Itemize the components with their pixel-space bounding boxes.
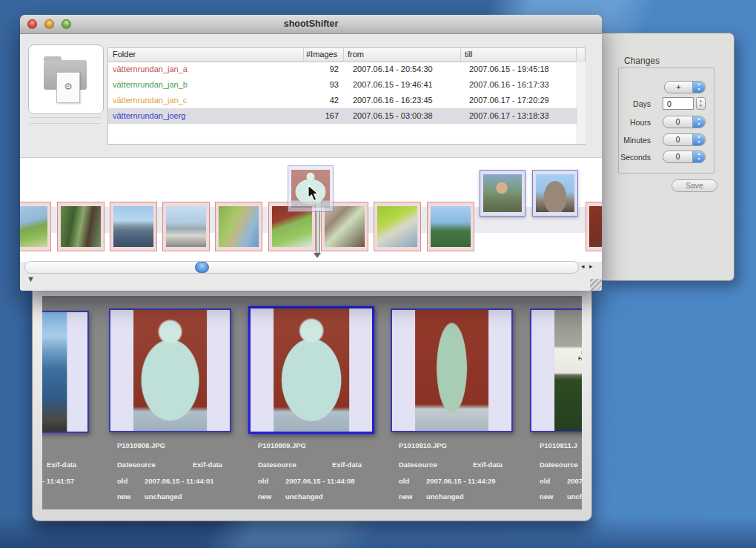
new-label: new [540,492,553,501]
days-input[interactable] [663,97,694,110]
filmstrip-thumb[interactable] [374,202,421,251]
old-date: - 11:41:57 [42,477,74,485]
days-stepper[interactable]: ▲▼ [696,97,706,110]
changes-title: Changes [624,56,660,66]
new-value: unchanged [285,492,323,501]
old-date: 2007.06.15 - 11:44:01 [145,477,214,485]
document-gear-icon: ⚙ [56,72,80,103]
seconds-popup-value: 0 [663,153,692,161]
filmstrip-thumb-joerg[interactable] [480,170,525,217]
photo-frame-selected[interactable] [248,306,374,434]
table-row[interactable]: vätternrundan_jan_a 92 2007.06.14 - 20:5… [108,62,585,77]
photo-thumbnail [325,206,365,247]
till-date: 2007.06.17 - 13:18:33 [469,111,549,120]
table-row[interactable]: vätternrundan_jan_c 42 2007.06.16 - 16:2… [108,93,585,108]
minutes-popup-value: 0 [663,136,692,144]
minutes-popup[interactable]: 0 ▲▼ [663,133,706,146]
table-scrollbar-track[interactable] [577,62,586,144]
divider [30,123,101,124]
main-window: shootShifter ⚙ Folder #Images from till … [20,15,602,291]
title-bar[interactable]: shootShifter [20,15,602,34]
old-date: 2007.06.15 - 11:44:08 [285,477,355,485]
new-label: new [117,492,130,501]
seconds-label: Seconds [615,153,651,162]
timeline-scrollbar-track[interactable] [24,261,579,274]
hours-label: Hours [615,118,651,127]
filmstrip-thumb[interactable] [110,202,157,251]
filmstrip-thumb-joerg[interactable] [532,170,578,217]
desktop-background: Changes + ▲▼ Days ▲▼ Hours 0 ▲▼ Minutes … [0,0,756,548]
datesource-label: Datesource [399,460,437,469]
exif-label: Exif-data [332,460,362,469]
from-date: 2007.06.15 - 03:00:38 [353,111,433,120]
days-label: Days [615,99,651,108]
exif-label: Exif-data [47,460,76,469]
sign-photo: Ester Ap Familjelyck [554,310,582,431]
folder-name: vätternrundan_jan_a [113,65,188,73]
save-button[interactable]: Save [672,179,717,192]
new-value: unchanged [145,492,182,501]
disclosure-triangle[interactable]: ▼ [27,274,35,283]
photo-thumbnail [272,206,312,247]
popup-stepper-icon: ▲▼ [692,82,705,93]
header-images[interactable]: #Images [306,50,337,59]
datesource-label: Datesource [540,460,578,469]
header-till[interactable]: till [465,50,472,59]
popup-stepper-icon: ▲▼ [692,151,705,162]
minutes-label: Minutes [615,136,651,145]
from-date: 2007.06.16 - 16:23:45 [353,96,433,105]
folder-drop-well[interactable]: ⚙ [28,44,104,114]
folder-name: vätternrundan_jan_b [113,80,188,89]
exif-label: Exif-data [193,460,222,469]
table-row-selected[interactable]: vätternrundan_joerg 167 2007.06.15 - 03:… [108,108,585,124]
old-date: 2007.06.15 - 11:44:29 [426,477,496,485]
scroll-left-icon[interactable]: ◂ [581,263,585,270]
filmstrip-thumb[interactable] [162,202,210,251]
arrow-down-icon: ▼ [693,122,705,127]
photo-frame[interactable]: Ester Ap Familjelyck [530,308,582,432]
arrow-up-icon: ▲ [697,98,705,103]
new-value: unch [567,492,582,501]
sign-popup[interactable]: + ▲▼ [664,81,706,93]
photo-frame[interactable] [42,311,89,433]
filmstrip-thumb[interactable] [215,202,262,251]
old-label: old [399,477,409,485]
folder-name: vätternrundan_jan_c [113,96,187,105]
arrow-down-icon: ▼ [693,87,705,92]
folder-table: Folder #Images from till vätternrundan_j… [107,47,586,145]
new-value: unchanged [426,492,464,501]
photo-thumbnail [431,206,471,247]
filmstrip-thumb[interactable] [427,202,474,251]
header-from[interactable]: from [348,50,364,59]
photo-frame[interactable] [391,308,513,432]
arrow-up-icon: ▲ [693,116,705,122]
table-row[interactable]: vätternrundan_jan_b 93 2007.06.15 - 19:4… [108,77,585,93]
till-date: 2007.06.16 - 16:17:33 [469,80,549,89]
photo-frame[interactable] [109,308,231,432]
photo-detail-drawer: Ester Ap Familjelyck Exif-data - 11:41:5… [32,288,592,521]
column-divider [343,48,344,62]
scroll-right-icon[interactable]: ▸ [589,263,593,270]
from-date: 2007.06.14 - 20:54:30 [353,65,433,73]
hours-popup[interactable]: 0 ▲▼ [663,116,706,128]
resize-grip[interactable] [590,279,602,291]
column-divider [303,48,304,62]
datesource-label: Datesource [258,460,296,469]
timeline-scrollbar-thumb[interactable] [195,262,209,273]
filmstrip-thumb[interactable] [20,202,51,251]
sign-text: Ester Ap Familjelyck [554,350,582,362]
couple-statue-photo [415,310,489,431]
statue-photo [273,308,349,432]
filename: P1010810.JPG [399,441,447,449]
table-header: Folder #Images from till [108,48,585,62]
drop-insertion-line [316,210,320,253]
seconds-popup[interactable]: 0 ▲▼ [663,151,706,163]
header-folder[interactable]: Folder [113,50,136,59]
arrow-up-icon: ▲ [693,134,705,139]
photo-thumbnail [219,206,259,247]
old-label: old [258,477,268,485]
filmstrip-thumb[interactable] [57,202,105,251]
exif-label: Exif-data [473,460,503,469]
filename: P1010808.JPG [117,441,165,449]
filmstrip-thumb[interactable] [586,202,602,251]
